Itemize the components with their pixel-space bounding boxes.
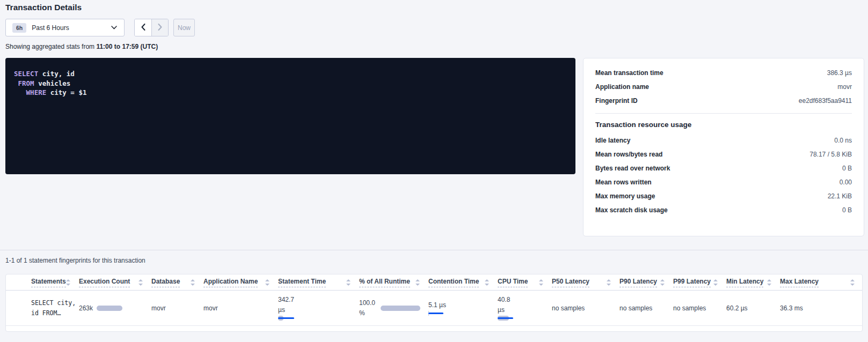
cell-p90-latency: no samples — [619, 304, 673, 312]
now-button[interactable]: Now — [173, 19, 195, 36]
cell-p99-latency: no samples — [673, 304, 726, 312]
column-header-contention-time[interactable]: Contention Time — [428, 274, 498, 290]
column-header-label: CPU Time — [498, 278, 528, 287]
column-header-p90-latency[interactable]: P90 Latency — [619, 274, 673, 290]
usage-value: 78.17 / 5.8 KiB — [809, 151, 852, 158]
column-header-label: Application Name — [203, 278, 258, 287]
column-header-database[interactable]: Database — [151, 274, 203, 290]
sort-icon[interactable] — [265, 279, 269, 286]
usage-row: Max memory usage 22.1 KiB — [595, 189, 852, 203]
cell-execution-count: 263k — [79, 304, 151, 312]
cell-runtime-percent: 100.0 % — [359, 298, 428, 318]
cell-p50-latency: no samples — [552, 304, 619, 312]
column-header-label: P90 Latency — [619, 278, 657, 287]
chevron-right-icon — [158, 24, 162, 32]
sql-code: SELECT city, id FROM vehicles WHERE city… — [14, 69, 567, 98]
column-header-max-latency[interactable]: Max Latency — [780, 274, 863, 290]
cell-statement: SELECT city, id FROM… — [31, 298, 79, 318]
usage-row: Bytes read over network 0 B — [595, 161, 852, 175]
sort-icon[interactable] — [767, 279, 771, 286]
usage-row: Idle latency 0.0 ns — [595, 133, 852, 147]
runtime-percent-bar — [381, 306, 420, 311]
column-header-label: % of All Runtime — [359, 278, 410, 287]
usage-label: Max scratch disk usage — [595, 206, 668, 214]
fingerprint-count-text: 1-1 of 1 statement fingerprints for this… — [5, 257, 145, 264]
cpu-time-bar — [498, 316, 513, 321]
usage-label: Bytes read over network — [595, 165, 670, 172]
summary-value: 386.3 µs — [827, 69, 852, 77]
column-header-statements[interactable]: Statements — [31, 274, 79, 290]
column-header-cpu-time[interactable]: CPU Time — [498, 274, 552, 290]
cell-statement-time: 342.7 µs — [278, 295, 359, 321]
transaction-summary-card: Mean transaction time 386.3 µs Applicati… — [583, 58, 864, 236]
summary-row: Application name movr — [595, 80, 852, 94]
sort-icon[interactable] — [539, 279, 543, 286]
column-header-min-latency[interactable]: Min Latency — [726, 274, 780, 290]
statements-table-header: StatementsExecution CountDatabaseApplica… — [6, 274, 862, 291]
column-header-label: P99 Latency — [673, 278, 711, 287]
column-header-execution-count[interactable]: Execution Count — [79, 274, 151, 290]
cell-cpu-time: 40.8 µs — [498, 295, 552, 321]
statement-time-bar — [278, 316, 294, 321]
cell-database: movr — [151, 304, 203, 312]
column-header-label: P50 Latency — [552, 278, 589, 287]
sort-icon[interactable] — [850, 279, 855, 286]
usage-label: Mean rows written — [595, 179, 652, 186]
column-header-label: Min Latency — [726, 278, 763, 287]
summary-label: Fingerprint ID — [595, 97, 638, 105]
sort-icon[interactable] — [66, 279, 70, 286]
page-title: Transaction Details — [5, 3, 82, 12]
time-range-dropdown[interactable]: 6h Past 6 Hours — [5, 19, 125, 36]
usage-row: Max scratch disk usage 0 B — [595, 203, 852, 217]
sort-icon[interactable] — [713, 279, 718, 286]
column-header-label: Database — [151, 278, 180, 287]
statement-link[interactable]: SELECT city, id FROM… — [31, 298, 76, 318]
aggregated-stats-subtitle: Showing aggregated stats from 11:00 to 1… — [5, 43, 158, 50]
chevron-left-icon — [141, 24, 145, 32]
resource-usage-title: Transaction resource usage — [595, 121, 852, 129]
column-header-label: Statement Time — [278, 278, 326, 287]
sort-icon[interactable] — [415, 279, 420, 286]
usage-value: 22.1 KiB — [828, 192, 852, 200]
sql-query-box: SELECT city, id FROM vehicles WHERE city… — [5, 58, 575, 174]
sort-icon[interactable] — [660, 279, 665, 286]
usage-value: 0 B — [842, 206, 852, 214]
usage-label: Max memory usage — [595, 192, 655, 200]
usage-value: 0.00 — [840, 179, 852, 186]
cell-max-latency: 36.3 ms — [780, 304, 863, 312]
column-header--of-all-runtime[interactable]: % of All Runtime — [359, 274, 428, 290]
usage-label: Idle latency — [595, 137, 630, 144]
usage-value: 0.0 ns — [834, 137, 852, 144]
usage-label: Mean rows/bytes read — [595, 151, 662, 158]
statements-table: StatementsExecution CountDatabaseApplica… — [5, 274, 863, 332]
sort-icon[interactable] — [191, 279, 195, 286]
column-header-p50-latency[interactable]: P50 Latency — [552, 274, 619, 290]
column-header-statement-time[interactable]: Statement Time — [278, 274, 359, 290]
contention-time-bar — [428, 311, 443, 316]
sort-icon[interactable] — [346, 279, 351, 286]
cell-application-name: movr — [203, 304, 278, 312]
table-row: SELECT city, id FROM… 263k movr movr 342… — [6, 291, 862, 326]
summary-value: ee2df683f5aa9411 — [799, 97, 852, 105]
time-preset-badge: 6h — [12, 23, 26, 33]
sort-icon[interactable] — [138, 279, 143, 286]
column-header-label: Execution Count — [79, 278, 130, 287]
sort-icon[interactable] — [485, 279, 489, 286]
next-time-button[interactable] — [151, 19, 168, 36]
column-header-p99-latency[interactable]: P99 Latency — [673, 274, 726, 290]
summary-label: Application name — [595, 83, 649, 91]
summary-row: Mean transaction time 386.3 µs — [595, 66, 852, 80]
previous-time-button[interactable] — [135, 19, 151, 36]
sort-icon[interactable] — [607, 279, 611, 286]
column-header-application-name[interactable]: Application Name — [203, 274, 278, 290]
usage-value: 0 B — [842, 165, 852, 172]
section-divider — [0, 250, 868, 250]
execution-count-bar — [97, 306, 122, 311]
column-header-label: Contention Time — [428, 278, 479, 287]
column-header-label: Max Latency — [780, 278, 819, 287]
summary-divider — [595, 113, 852, 114]
summary-value: movr — [837, 83, 852, 91]
time-preset-label: Past 6 Hours — [32, 24, 69, 32]
usage-row: Mean rows/bytes read 78.17 / 5.8 KiB — [595, 147, 852, 161]
cell-contention-time: 5.1 µs — [428, 300, 498, 316]
